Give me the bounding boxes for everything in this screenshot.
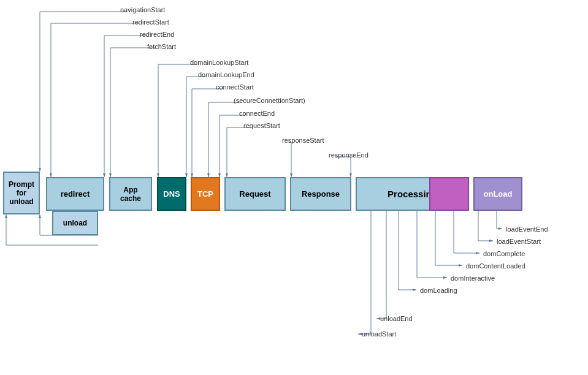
label-dom-content-loaded: domContentLoaded xyxy=(466,262,525,270)
label-connect-start: connectStart xyxy=(216,83,254,91)
label-dom-complete: domComplete xyxy=(483,250,525,257)
block-processing-inner xyxy=(429,177,469,211)
block-prompt: Promptforunload xyxy=(3,172,40,214)
block-redirect: redirect xyxy=(46,177,104,211)
label-load-event-end: loadEventEnd xyxy=(506,225,548,233)
label-redirect-start: redirectStart xyxy=(132,18,169,26)
label-request-start: requestStart xyxy=(243,122,280,129)
block-response: Response xyxy=(290,177,351,211)
label-unload-start: unloadStart xyxy=(362,330,396,338)
block-dns: DNS xyxy=(157,177,186,211)
label-dom-loading: domLoading xyxy=(420,287,457,294)
block-tcp: TCP xyxy=(191,177,220,211)
label-response-end: responseEnd xyxy=(329,151,368,159)
label-domain-lookup-start: domainLookupStart xyxy=(190,59,248,66)
block-unload: unload xyxy=(52,211,98,235)
block-request: Request xyxy=(224,177,286,211)
label-connect-end: connectEnd xyxy=(239,110,275,117)
block-appcache: Appcache xyxy=(109,177,152,211)
label-dom-interactive: domInteractive xyxy=(451,275,495,282)
diagram-container: Promptforunload redirect unload Appcache… xyxy=(0,0,588,375)
label-fetch-start: fetchStart xyxy=(147,43,176,50)
label-load-event-start: loadEventStart xyxy=(497,238,541,245)
label-response-start: responseStart xyxy=(282,137,324,144)
label-domain-lookup-end: domainLookupEnd xyxy=(198,71,254,78)
label-navigation-start: navigationStart xyxy=(120,6,165,13)
block-onload: onLoad xyxy=(473,177,522,211)
label-redirect-end: redirectEnd xyxy=(140,31,174,38)
label-unload-end: unloadEnd xyxy=(380,315,413,322)
label-secure-connection-start: (secureConnettionStart) xyxy=(234,97,305,104)
